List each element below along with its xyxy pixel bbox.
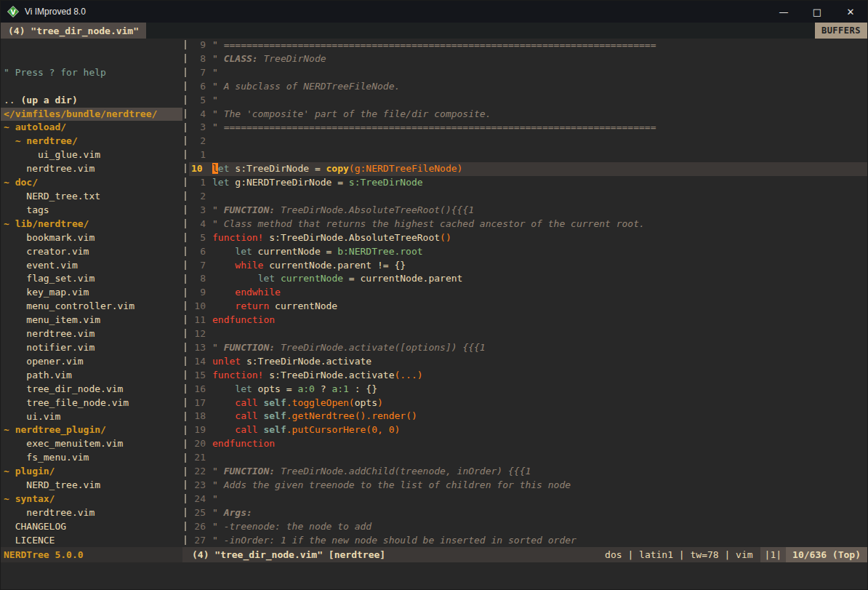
tree-item[interactable]: ~ plugin/ (4, 465, 182, 479)
tree-item[interactable]: key_map.vim (4, 286, 182, 300)
code-line[interactable]: 6" A subclass of NERDTreeFileNode. (189, 80, 867, 94)
tree-root-item[interactable]: </vimfiles/bundle/nerdtree/ (1, 108, 182, 121)
tree-item-text: </vimfiles/bundle/nerdtree/ (4, 108, 157, 119)
tree-item-text: LICENCE (4, 535, 55, 546)
tree-item[interactable]: tags (4, 204, 182, 218)
tree-item[interactable]: ui.vim (4, 410, 182, 424)
code-text: " (212, 94, 218, 108)
code-line[interactable]: 14unlet s:TreeDirNode.activate (189, 355, 867, 369)
tree-item[interactable]: nerdtree.vim (4, 506, 182, 520)
code-line[interactable]: 12 (189, 327, 867, 341)
code-line[interactable]: 6 let currentNode = b:NERDTree.root (189, 245, 867, 259)
line-number: 14 (189, 355, 212, 369)
tree-item[interactable]: menu_item.vim (4, 314, 182, 327)
editor-panel[interactable]: 9" =====================================… (189, 39, 867, 547)
code-line[interactable]: 21 (189, 451, 867, 465)
tree-item[interactable]: flag_set.vim (4, 272, 182, 286)
code-line[interactable]: 3" FUNCTION: TreeDirNode.AbsoluteTreeRoo… (189, 204, 867, 218)
code-line[interactable]: 5function! s:TreeDirNode.AbsoluteTreeRoo… (189, 231, 867, 245)
code-text: " FUNCTION: TreeDirNode.AbsoluteTreeRoot… (212, 204, 474, 218)
code-line[interactable]: 4" The 'composite' part of the file/dir … (189, 108, 867, 121)
code-line[interactable]: 15function! s:TreeDirNode.activate(...) (189, 369, 867, 383)
tree-item[interactable]: " Press ? for help (4, 66, 182, 80)
code-line[interactable]: 13" FUNCTION: TreeDirNode.activate([opti… (189, 341, 867, 355)
statusline-position: 10/636 (Top) (786, 547, 867, 562)
code-line[interactable]: 20endfunction (189, 437, 867, 451)
tree-item[interactable]: tree_file_node.vim (4, 396, 182, 410)
code-line[interactable]: 5" (189, 94, 867, 108)
code-line[interactable]: 2 (189, 135, 867, 148)
syntax-segment: copy (326, 163, 349, 174)
tree-item[interactable]: ~ nerdtree_plugin/ (4, 423, 182, 437)
tree-item[interactable] (4, 80, 182, 94)
tree-item[interactable]: notifier.vim (4, 341, 182, 355)
tree-item[interactable]: LICENCE (4, 534, 182, 547)
tree-item[interactable]: ~ syntax/ (4, 493, 182, 506)
code-line[interactable]: 10 return currentNode (189, 300, 867, 314)
code-line[interactable]: 7 while currentNode.parent != {} (189, 259, 867, 273)
code-line[interactable]: 22" FUNCTION: TreeDirNode.addChild(treen… (189, 465, 867, 479)
code-line[interactable]: 8 let currentNode = currentNode.parent (189, 272, 867, 286)
code-line[interactable]: 23" Adds the given treenode to the list … (189, 479, 867, 493)
syntax-segment: ~ plugin/ (4, 466, 55, 477)
code-line[interactable]: 2 (189, 190, 867, 204)
code-line[interactable]: 8" CLASS: TreeDirNode (189, 52, 867, 66)
code-line[interactable]: 19 call self.putCursorHere(0, 0) (189, 423, 867, 437)
code-line[interactable]: 16 let opts = a:0 ? a:1 : {} (189, 383, 867, 396)
code-line[interactable]: 18 call self.getNerdtree().render() (189, 410, 867, 423)
code-line[interactable]: 1let g:NERDTreeDirNode = s:TreeDirNode (189, 176, 867, 190)
tree-item[interactable]: nerdtree.vim (4, 162, 182, 176)
code-text (212, 327, 218, 341)
syntax-segment: " The 'composite' part of the file/dir c… (212, 108, 491, 119)
code-line[interactable]: 1 (189, 148, 867, 162)
code-line[interactable]: 10let s:TreeDirNode = copy(g:NERDTreeFil… (189, 162, 867, 176)
command-line[interactable] (1, 562, 867, 589)
tree-item[interactable]: exec_menuitem.vim (4, 437, 182, 451)
vim-icon: V (7, 6, 19, 17)
tree-item[interactable]: .. (up a dir) (4, 94, 182, 108)
tree-item[interactable]: opener.vim (4, 355, 182, 369)
tree-item-text: bookmark.vim (4, 232, 95, 243)
code-line[interactable]: 27" -inOrder: 1 if the new node should b… (189, 534, 867, 547)
tree-item[interactable]: ~ lib/nerdtree/ (4, 218, 182, 231)
syntax-segment: let (235, 246, 252, 257)
tree-item[interactable]: creator.vim (4, 245, 182, 259)
code-line[interactable]: 4" Class method that returns the highest… (189, 218, 867, 231)
tab-active[interactable]: (4) "tree_dir_node.vim" (1, 23, 146, 39)
tree-item[interactable]: nerdtree.vim (4, 327, 182, 341)
tree-item[interactable]: NERD_tree.vim (4, 479, 182, 493)
syntax-segment: .putCursorHere(0, 0) (286, 424, 401, 435)
tree-item[interactable]: event.vim (4, 259, 182, 273)
code-line[interactable]: 24" (189, 493, 867, 506)
code-line[interactable]: 3" =====================================… (189, 121, 867, 135)
window-separator[interactable] (182, 39, 189, 547)
maximize-button[interactable]: □ (800, 1, 834, 23)
code-line[interactable]: 7" (189, 66, 867, 80)
syntax-segment: CLASS: (224, 53, 258, 64)
code-line[interactable]: 9 endwhile (189, 286, 867, 300)
syntax-segment: call (235, 424, 257, 435)
tree-item[interactable]: ui_glue.vim (4, 148, 182, 162)
tree-item[interactable]: ~ nerdtree/ (4, 135, 182, 148)
tree-item-text: " Press ? for help (4, 67, 106, 78)
tree-item[interactable]: ~ doc/ (4, 176, 182, 190)
tree-item[interactable]: tree_dir_node.vim (4, 383, 182, 396)
minimize-button[interactable]: — (767, 1, 800, 23)
line-number: 17 (189, 396, 212, 410)
code-text: unlet s:TreeDirNode.activate (212, 355, 371, 369)
tree-item[interactable]: NERD_tree.txt (4, 190, 182, 204)
code-line[interactable]: 9" =====================================… (189, 39, 867, 52)
code-line[interactable]: 11endfunction (189, 314, 867, 327)
tree-item-text: creator.vim (4, 246, 89, 257)
code-line[interactable]: 26" -treenode: the node to add (189, 520, 867, 534)
tree-item[interactable]: bookmark.vim (4, 231, 182, 245)
code-line[interactable]: 17 call self.toggleOpen(opts) (189, 396, 867, 410)
close-button[interactable]: ✕ (834, 1, 867, 23)
code-text: let s:TreeDirNode = copy(g:NERDTreeFileN… (212, 162, 462, 176)
code-line[interactable]: 25" Args: (189, 506, 867, 520)
tree-item[interactable]: fs_menu.vim (4, 451, 182, 465)
tree-item[interactable]: path.vim (4, 369, 182, 383)
tree-item[interactable]: menu_controller.vim (4, 300, 182, 314)
tree-item[interactable]: CHANGELOG (4, 520, 182, 534)
tree-item[interactable]: ~ autoload/ (4, 121, 182, 135)
